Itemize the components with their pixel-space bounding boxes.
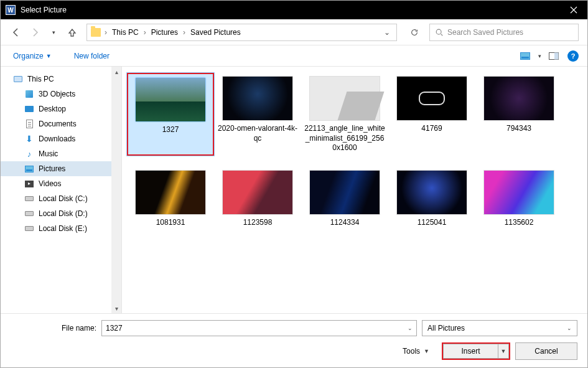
recent-dropdown[interactable]: ▾ xyxy=(47,26,60,39)
music-icon: ♪ xyxy=(24,149,34,158)
tools-menu[interactable]: Tools▼ xyxy=(399,344,433,358)
title-bar: W Select Picture xyxy=(1,1,587,19)
tree-item-label: Local Disk (D:) xyxy=(39,209,88,218)
file-item[interactable]: 2020-omen-valorant-4k-qc xyxy=(214,73,301,156)
tree-item-music[interactable]: ♪Music xyxy=(1,146,121,161)
file-item[interactable]: 1124334 xyxy=(301,167,388,230)
file-item[interactable]: 1123598 xyxy=(214,167,301,230)
sidebar-scrollbar[interactable]: ▴▾ xyxy=(111,67,121,313)
tree-item-label: Videos xyxy=(39,179,61,188)
chevron-right-icon[interactable]: › xyxy=(182,28,187,37)
tree-item-label: Pictures xyxy=(39,164,65,173)
chevron-down-icon: ⌄ xyxy=(567,325,572,331)
address-dropdown[interactable]: ⌄ xyxy=(381,28,393,37)
file-item[interactable]: 1125041 xyxy=(388,167,475,230)
filename-dropdown-icon[interactable]: ⌄ xyxy=(408,325,413,331)
filename-value: 1327 xyxy=(106,324,123,333)
chevron-right-icon[interactable]: › xyxy=(103,28,108,37)
tree-item-label: Desktop xyxy=(39,105,66,113)
file-item[interactable]: 41769 xyxy=(388,73,475,156)
insert-dropdown[interactable]: ▼ xyxy=(498,344,509,359)
chevron-right-icon[interactable]: › xyxy=(142,28,147,37)
disk-icon xyxy=(24,209,34,218)
pict-icon xyxy=(24,164,34,173)
breadcrumb-saved-pictures[interactable]: Saved Pictures xyxy=(189,28,242,37)
organize-menu[interactable]: Organize▼ xyxy=(9,49,55,63)
file-item[interactable]: 1081931 xyxy=(127,167,214,230)
folder-icon xyxy=(91,28,101,37)
preview-pane-button[interactable] xyxy=(546,49,561,63)
tree-item-videos[interactable]: Videos xyxy=(1,176,121,191)
file-item[interactable]: 22113_angle_line_white_minimalist_66199_… xyxy=(301,73,388,156)
svg-rect-2 xyxy=(554,52,559,59)
new-folder-button[interactable]: New folder xyxy=(70,49,113,63)
breadcrumb-pictures[interactable]: Pictures xyxy=(150,28,179,37)
disk-icon xyxy=(24,224,34,233)
search-box[interactable]: Search Saved Pictures xyxy=(429,24,579,41)
tree-item-label: Music xyxy=(39,149,58,158)
search-icon xyxy=(435,28,444,37)
tree-item-local-disk-e-[interactable]: Local Disk (E:) xyxy=(1,221,121,236)
thumbnail xyxy=(223,171,292,214)
desktop-icon xyxy=(24,105,34,113)
address-bar[interactable]: › This PC › Pictures › Saved Pictures ⌄ xyxy=(86,24,397,41)
file-name-label: 1081931 xyxy=(129,218,212,228)
thumbnail xyxy=(397,77,467,120)
pc-icon xyxy=(13,75,23,83)
tree-item-this-pc[interactable]: This PC xyxy=(1,72,121,87)
video-icon xyxy=(24,179,34,188)
disk-icon xyxy=(24,194,34,203)
file-name-label: 2020-omen-valorant-4k-qc xyxy=(217,124,299,143)
view-mode-dropdown[interactable]: ▾ xyxy=(535,49,544,63)
tree-item-label: This PC xyxy=(27,75,54,83)
tree-item-3d-objects[interactable]: 3D Objects xyxy=(1,87,121,101)
3d-icon xyxy=(24,90,34,98)
doc-icon xyxy=(24,120,34,128)
tree-item-label: Downloads xyxy=(39,134,75,143)
thumbnail xyxy=(310,77,380,120)
forward-button[interactable] xyxy=(28,26,42,39)
file-name-label: 1135602 xyxy=(478,218,560,228)
down-icon: ⬇ xyxy=(24,134,34,143)
nav-tree: This PC3D ObjectsDesktopDocuments⬇Downlo… xyxy=(1,67,122,313)
tree-item-local-disk-c-[interactable]: Local Disk (C:) xyxy=(1,191,121,206)
tree-item-desktop[interactable]: Desktop xyxy=(1,101,121,116)
file-item[interactable]: 1327 xyxy=(127,73,214,156)
tree-item-local-disk-d-[interactable]: Local Disk (D:) xyxy=(1,206,121,221)
insert-button-group: Insert ▼ xyxy=(442,342,510,360)
breadcrumb-this-pc[interactable]: This PC xyxy=(111,28,140,37)
scroll-up-icon[interactable]: ▴ xyxy=(111,67,121,77)
filename-field[interactable]: 1327 ⌄ xyxy=(101,320,417,336)
file-item[interactable]: 794343 xyxy=(475,73,562,156)
close-button[interactable] xyxy=(559,1,587,19)
file-type-filter[interactable]: All Pictures ⌄ xyxy=(422,320,577,336)
tree-item-downloads[interactable]: ⬇Downloads xyxy=(1,131,121,146)
help-icon[interactable]: ? xyxy=(567,50,579,62)
tree-item-pictures[interactable]: Pictures xyxy=(1,161,121,176)
cancel-button[interactable]: Cancel xyxy=(515,342,577,360)
filter-value: All Pictures xyxy=(427,324,465,333)
thumbnail xyxy=(223,77,292,120)
file-name-label: 1123598 xyxy=(217,218,299,228)
thumbnail xyxy=(310,171,380,214)
insert-button[interactable]: Insert xyxy=(443,344,498,359)
toolbar: Organize▼ New folder ▾ ? xyxy=(1,45,587,67)
bottom-panel: File name: 1327 ⌄ All Pictures ⌄ Tools▼ … xyxy=(1,313,587,367)
view-mode-button[interactable] xyxy=(518,49,533,63)
file-name-label: 1124334 xyxy=(304,218,386,228)
word-app-icon: W xyxy=(6,5,16,15)
tree-item-documents[interactable]: Documents xyxy=(1,116,121,131)
refresh-button[interactable] xyxy=(404,24,424,41)
file-item[interactable]: 1135602 xyxy=(475,167,562,230)
file-list: 13272020-omen-valorant-4k-qc22113_angle_… xyxy=(122,67,587,313)
back-button[interactable] xyxy=(9,26,23,39)
nav-bar: ▾ › This PC › Pictures › Saved Pictures … xyxy=(1,19,587,45)
tree-item-label: 3D Objects xyxy=(39,90,75,98)
file-name-label: 1125041 xyxy=(391,218,473,228)
svg-point-0 xyxy=(436,29,441,34)
scroll-down-icon[interactable]: ▾ xyxy=(111,303,121,313)
up-button[interactable] xyxy=(65,26,79,39)
tree-item-label: Local Disk (E:) xyxy=(39,224,87,233)
thumbnail xyxy=(136,78,205,121)
file-name-label: 1327 xyxy=(131,125,210,135)
